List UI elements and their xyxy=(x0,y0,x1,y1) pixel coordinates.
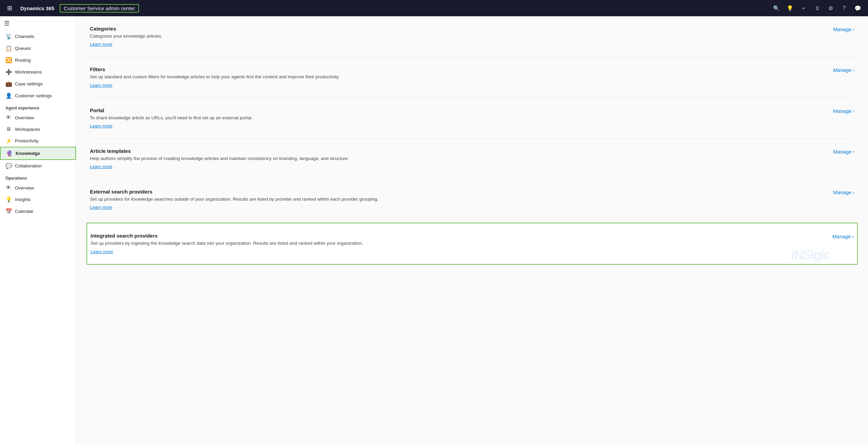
insights-icon: 💡 xyxy=(5,196,12,203)
portal-manage-chevron: › xyxy=(853,108,854,114)
operations-section-label: Operations xyxy=(0,172,76,182)
settings-row-integrated-search: Integrated search providers Set up provi… xyxy=(86,223,858,264)
portal-manage-button[interactable]: Manage › xyxy=(826,108,854,114)
sidebar-item-channels[interactable]: 📡 Channels xyxy=(0,31,76,42)
overview-ops-icon: 👁 xyxy=(5,185,12,191)
sidebar-item-overview-label: Overview xyxy=(15,115,34,120)
collaboration-icon: 💬 xyxy=(5,163,12,169)
categories-learn-more[interactable]: Learn more xyxy=(90,42,112,47)
article-templates-manage-label: Manage xyxy=(833,149,851,155)
sidebar-item-queues-label: Queues xyxy=(15,46,31,51)
filter-icon[interactable]: ⧖ xyxy=(811,2,823,14)
sidebar-item-knowledge[interactable]: 🔮 Knowledge xyxy=(0,147,76,160)
main-layout: ☰ 📡 Channels 📋 Queues 🔀 Routing ➕ Workst… xyxy=(0,16,868,445)
search-icon[interactable]: 🔍 xyxy=(770,2,783,14)
waffle-icon[interactable]: ⊞ xyxy=(4,3,15,14)
chat-icon[interactable]: 💬 xyxy=(852,2,864,14)
external-search-manage-label: Manage xyxy=(833,189,851,195)
integrated-search-manage-button[interactable]: Manage › xyxy=(826,234,854,239)
sidebar-item-workstreams[interactable]: ➕ Workstreams xyxy=(0,66,76,78)
article-templates-title: Article templates xyxy=(90,148,463,154)
sidebar-item-productivity[interactable]: ⚡ Productivity xyxy=(0,135,76,147)
external-search-manage-button[interactable]: Manage › xyxy=(826,189,854,195)
insights-watermark: iNSigic xyxy=(791,248,830,262)
portal-learn-more[interactable]: Learn more xyxy=(90,123,112,128)
settings-row-filters: Filters Set up standard and custom filte… xyxy=(90,57,854,98)
add-icon[interactable]: ＋ xyxy=(797,2,810,14)
filters-description: Set up standard and custom filters for k… xyxy=(90,74,463,80)
sidebar-item-calendar[interactable]: 📅 Calendar xyxy=(0,205,76,217)
settings-row-portal-content: Portal To share knowledge article as URL… xyxy=(90,107,463,129)
knowledge-icon: 🔮 xyxy=(6,150,12,157)
sidebar-item-workspaces-label: Workspaces xyxy=(15,127,40,132)
queues-icon: 📋 xyxy=(5,45,12,52)
sidebar-item-routing[interactable]: 🔀 Routing xyxy=(0,54,76,66)
external-search-learn-more[interactable]: Learn more xyxy=(90,205,112,210)
settings-row-categories: Categories Categorize your knowledge art… xyxy=(90,16,854,57)
settings-row-portal: Portal To share knowledge article as URL… xyxy=(90,98,854,139)
case-settings-icon: 💼 xyxy=(5,81,12,87)
categories-manage-chevron: › xyxy=(853,27,854,32)
sidebar-item-insights[interactable]: 💡 Insights xyxy=(0,194,76,205)
customer-settings-icon: 👤 xyxy=(5,93,12,99)
routing-icon: 🔀 xyxy=(5,57,12,63)
calendar-icon: 📅 xyxy=(5,208,12,215)
settings-row-article-templates: Article templates Help authors simplify … xyxy=(90,139,854,179)
sidebar-item-case-settings[interactable]: 💼 Case settings xyxy=(0,78,76,90)
integrated-search-manage-chevron: › xyxy=(852,234,854,239)
brand-label: Dynamics 365 xyxy=(18,5,57,11)
sidebar-item-customer-settings[interactable]: 👤 Customer settings xyxy=(0,90,76,102)
article-templates-manage-chevron: › xyxy=(853,149,854,154)
sidebar-item-queues[interactable]: 📋 Queues xyxy=(0,42,76,54)
categories-manage-button[interactable]: Manage › xyxy=(826,26,854,32)
sidebar: ☰ 📡 Channels 📋 Queues 🔀 Routing ➕ Workst… xyxy=(0,16,76,445)
sidebar-item-calendar-label: Calendar xyxy=(15,209,34,214)
categories-title: Categories xyxy=(90,26,463,32)
article-templates-learn-more[interactable]: Learn more xyxy=(90,164,112,169)
settings-row-external-search-content: External search providers Set up provide… xyxy=(90,189,463,210)
external-search-manage-chevron: › xyxy=(853,190,854,195)
sidebar-item-knowledge-label: Knowledge xyxy=(16,151,40,156)
channels-icon: 📡 xyxy=(5,33,12,40)
categories-description: Categorize your knowledge articles. xyxy=(90,33,463,40)
portal-title: Portal xyxy=(90,107,463,113)
filters-manage-button[interactable]: Manage › xyxy=(826,67,854,73)
sidebar-item-overview-ops[interactable]: 👁 Overview xyxy=(0,182,76,194)
sidebar-item-insights-label: Insights xyxy=(15,197,31,202)
categories-manage-label: Manage xyxy=(833,26,851,32)
hamburger-icon[interactable]: ☰ xyxy=(4,20,9,27)
sidebar-item-routing-label: Routing xyxy=(15,58,31,63)
portal-manage-label: Manage xyxy=(833,108,851,114)
sidebar-item-collaboration-label: Collaboration xyxy=(15,163,42,168)
topbar-icons: 🔍 💡 ＋ ⧖ ⚙ ? 💬 xyxy=(770,2,864,14)
sidebar-item-workspaces[interactable]: 🖥 Workspaces xyxy=(0,123,76,135)
settings-row-filters-content: Filters Set up standard and custom filte… xyxy=(90,66,463,88)
settings-icon[interactable]: ⚙ xyxy=(825,2,837,14)
portal-description: To share knowledge article as URLs, you'… xyxy=(90,115,463,121)
integrated-search-manage-label: Manage xyxy=(832,234,851,239)
article-templates-manage-button[interactable]: Manage › xyxy=(826,149,854,155)
overview-icon: 👁 xyxy=(5,115,12,121)
settings-row-article-templates-content: Article templates Help authors simplify … xyxy=(90,148,463,169)
settings-row-categories-content: Categories Categorize your knowledge art… xyxy=(90,26,463,47)
settings-row-integrated-search-content: Integrated search providers Set up provi… xyxy=(91,233,463,254)
filters-manage-label: Manage xyxy=(833,67,851,73)
integrated-search-title: Integrated search providers xyxy=(91,233,463,239)
filters-title: Filters xyxy=(90,66,463,72)
topbar: ⊞ Dynamics 365 Customer Service admin ce… xyxy=(0,0,868,16)
filters-learn-more[interactable]: Learn more xyxy=(90,83,112,88)
integrated-search-learn-more[interactable]: Learn more xyxy=(91,249,113,254)
lightbulb-icon[interactable]: 💡 xyxy=(784,2,796,14)
filters-manage-chevron: › xyxy=(853,67,854,73)
sidebar-item-overview-ops-label: Overview xyxy=(15,185,34,190)
help-icon[interactable]: ? xyxy=(838,2,850,14)
productivity-icon: ⚡ xyxy=(5,138,12,144)
workspaces-icon: 🖥 xyxy=(5,126,12,132)
sidebar-item-customer-settings-label: Customer settings xyxy=(15,93,52,98)
settings-row-external-search: External search providers Set up provide… xyxy=(90,179,854,220)
content-area: Categories Categorize your knowledge art… xyxy=(76,16,868,445)
external-search-title: External search providers xyxy=(90,189,463,195)
sidebar-item-overview[interactable]: 👁 Overview xyxy=(0,112,76,123)
article-templates-description: Help authors simplify the process of cre… xyxy=(90,155,463,162)
sidebar-item-collaboration[interactable]: 💬 Collaboration xyxy=(0,160,76,172)
